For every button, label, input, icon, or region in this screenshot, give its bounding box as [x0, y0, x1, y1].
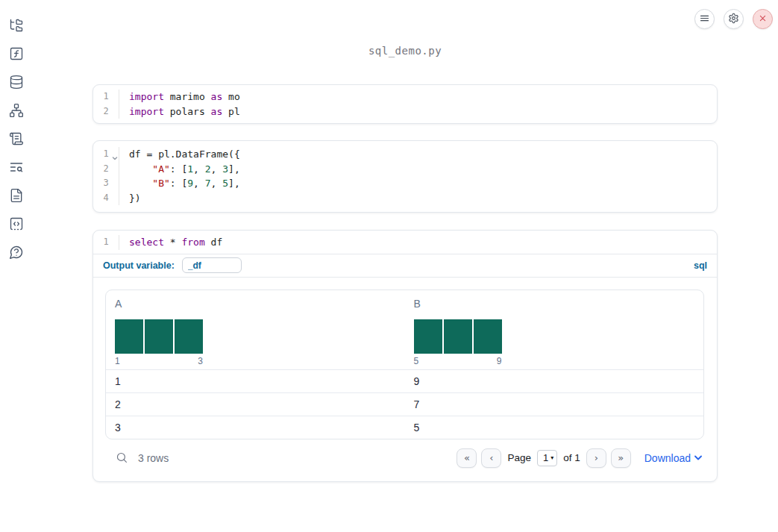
histogram-bar [175, 319, 203, 354]
column-name: A [115, 298, 396, 310]
search-icon[interactable] [112, 448, 131, 468]
line-number: 4 [93, 191, 119, 206]
line-number: 1 [93, 235, 119, 250]
line-number: 1 [93, 147, 119, 162]
histogram-axis-labels: 1 3 [115, 356, 203, 366]
hist-max-label: 9 [497, 356, 502, 366]
code-cell-imports[interactable]: 1 2 import marimo as mo import polars as… [92, 84, 718, 124]
table-row: 2 7 [106, 392, 703, 416]
line-number-gutter: 1 [93, 235, 119, 250]
hist-min-label: 5 [414, 356, 419, 366]
histogram-bars [115, 319, 203, 354]
code-cell-dataframe[interactable]: 1 2 3 4 df = pl.DataFrame({ "A": [1, 2, … [92, 140, 718, 213]
output-variable-input[interactable] [182, 257, 242, 273]
code-line: import polars as pl [129, 104, 717, 119]
histogram-bar [145, 319, 173, 354]
first-page-button[interactable]: « [457, 448, 477, 468]
last-page-button[interactable]: » [611, 448, 631, 468]
column-header-b: B 5 9 [405, 290, 704, 369]
datasources-database-icon[interactable] [8, 74, 25, 90]
hist-min-label: 1 [115, 356, 120, 366]
chevron-right-icon: › [595, 452, 598, 463]
shutdown-button[interactable] [753, 9, 773, 29]
code-line: }) [129, 191, 717, 206]
code-editor[interactable]: df = pl.DataFrame({ "A": [1, 2, 3], "B":… [119, 147, 717, 205]
column-header-a: A 1 3 [106, 290, 405, 369]
settings-button[interactable] [724, 9, 744, 29]
dataframe-table: A 1 3 [105, 290, 704, 439]
sql-output-variable-row: Output variable: sql [93, 254, 717, 278]
scratchpad-scroll-icon[interactable] [8, 131, 25, 147]
code-line: df = pl.DataFrame({ [129, 147, 717, 162]
table-cell: 7 [405, 393, 704, 416]
sql-cell: 1 select * from df Output variable: sql … [92, 230, 718, 482]
code-line: "A": [1, 2, 3], [129, 162, 717, 177]
table-cell: 1 [106, 370, 405, 392]
functions-icon[interactable] [8, 46, 25, 62]
table-footer: 3 rows « ‹ Page 1 ▾ of 1 › » Download [105, 439, 704, 477]
code-line: import marimo as mo [129, 90, 717, 104]
line-number: 2 [93, 104, 119, 119]
row-count: 3 rows [138, 452, 169, 464]
shutdown-close-icon [757, 13, 768, 26]
next-page-button[interactable]: › [586, 448, 606, 468]
file-explorer-tree-icon[interactable] [8, 17, 25, 34]
page-label: Page [507, 452, 531, 463]
column-name: B [414, 298, 695, 310]
code-editor[interactable]: import marimo as mo import polars as pl [119, 90, 717, 119]
histogram-bar [474, 319, 502, 354]
table-header-row: A 1 3 [106, 290, 703, 369]
line-number-gutter: 1 2 3 4 [93, 147, 119, 205]
table-row: 1 9 [106, 369, 703, 392]
output-variable-label: Output variable: [103, 260, 175, 271]
chevrons-right-icon: » [618, 452, 624, 463]
code-line: "B": [9, 7, 5], [129, 176, 717, 191]
histogram-bars [414, 319, 502, 354]
histogram-bar [444, 319, 472, 354]
line-number: 1 [93, 90, 119, 104]
histogram-bar [115, 319, 143, 354]
logs-search-icon[interactable] [8, 159, 25, 175]
page-select-value: 1 [543, 452, 548, 463]
table-cell: 3 [106, 416, 405, 439]
line-number-gutter: 1 2 [93, 90, 119, 119]
pagination: « ‹ Page 1 ▾ of 1 › » Download [457, 448, 702, 468]
line-number: 2 [93, 162, 119, 177]
chevron-left-icon: ‹ [489, 452, 493, 463]
notebook-main: sql_demo.py 1 2 import marimo as mo impo… [92, 0, 718, 482]
sql-editor[interactable]: select * from df [119, 235, 717, 250]
column-histogram: 1 3 [115, 319, 396, 366]
chevrons-left-icon: « [464, 452, 470, 463]
chevron-down-icon: ▾ [550, 454, 553, 461]
page-select[interactable]: 1 ▾ [537, 450, 557, 466]
download-label: Download [644, 452, 691, 464]
settings-gear-icon [728, 13, 739, 26]
table-cell: 5 [405, 416, 704, 439]
language-badge: sql [694, 260, 707, 271]
fold-chevron-icon[interactable] [112, 151, 118, 157]
histogram-bar [414, 319, 442, 354]
help-chat-icon[interactable] [8, 244, 25, 260]
hist-max-label: 3 [198, 356, 203, 366]
column-histogram: 5 9 [414, 319, 695, 366]
sidebar [0, 0, 33, 532]
table-cell: 9 [405, 370, 704, 392]
sql-output-area: A 1 3 [93, 278, 717, 481]
line-number: 3 [93, 176, 119, 191]
page-of-label: of 1 [563, 452, 580, 463]
histogram-axis-labels: 5 9 [414, 356, 502, 366]
documentation-file-icon[interactable] [8, 187, 25, 204]
code-line: select * from df [129, 235, 717, 250]
snippets-code-icon[interactable] [8, 216, 25, 232]
table-row: 3 5 [106, 416, 703, 439]
dependency-graph-icon[interactable] [8, 102, 25, 119]
notebook-filename: sql_demo.py [92, 45, 718, 57]
prev-page-button[interactable]: ‹ [481, 448, 501, 468]
chevron-down-icon [694, 455, 702, 460]
download-button[interactable]: Download [644, 452, 702, 464]
table-cell: 2 [106, 393, 405, 416]
